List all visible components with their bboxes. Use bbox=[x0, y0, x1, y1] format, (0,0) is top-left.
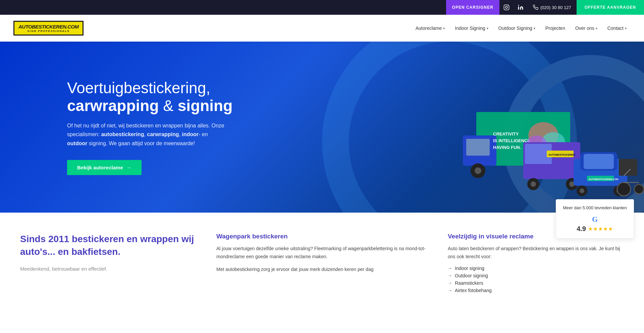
svg-point-1 bbox=[505, 6, 507, 8]
svg-text:AUTOBESTICKEREN: AUTOBESTICKEREN bbox=[548, 153, 575, 156]
svg-point-39 bbox=[634, 184, 644, 194]
svg-text:HAVING FUN.: HAVING FUN. bbox=[493, 145, 521, 150]
visueel-links-list: →Indoor signing→Outdoor signing→Raamstic… bbox=[448, 266, 624, 293]
visueel-link[interactable]: →Indoor signing bbox=[448, 266, 624, 271]
hero-section: Voertuigbestickering, carwrapping & sign… bbox=[0, 42, 644, 213]
svg-point-2 bbox=[507, 6, 508, 6]
nav-item-overons[interactable]: Over ons ▾ bbox=[571, 23, 601, 34]
svg-point-9 bbox=[475, 167, 481, 174]
svg-point-23 bbox=[531, 181, 536, 187]
main-nav: AUTOBESTICKEREN.COM SIGN PROFESSIONALS A… bbox=[0, 15, 644, 42]
nav-link-overons[interactable]: Over ons ▾ bbox=[571, 23, 601, 34]
google-logo: G bbox=[563, 215, 627, 224]
visueel-link[interactable]: →Raamstickers bbox=[448, 280, 624, 286]
chevron-down-icon: ▾ bbox=[534, 26, 535, 30]
hero-description: Of het nu rijdt of niet, wij bestickeren… bbox=[67, 121, 231, 148]
svg-point-4 bbox=[518, 5, 519, 6]
hero-title: Voertuigbestickering, carwrapping & sign… bbox=[67, 79, 235, 115]
svg-rect-30 bbox=[584, 154, 614, 169]
hero-vehicles: CREATIVITY IS INTELLIGENCE HAVING FUN. A… bbox=[456, 92, 644, 213]
nav-link-projecten[interactable]: Projecten bbox=[541, 23, 569, 34]
offerte-button[interactable]: OFFERTE AANVRAGEN bbox=[577, 0, 644, 15]
since-desc: Meedenkend, betrouwbaar en effectief. bbox=[20, 265, 196, 273]
svg-rect-7 bbox=[466, 139, 490, 156]
instagram-icon[interactable] bbox=[499, 0, 514, 15]
wagenpark-text1: Al jouw voertuigen dezelfde unieke uitst… bbox=[216, 245, 428, 261]
nav-item-indoor[interactable]: Indoor Signing ▾ bbox=[451, 23, 492, 34]
logo-tagline: SIGN PROFESSIONALS bbox=[28, 30, 70, 33]
vehicles-svg: CREATIVITY IS INTELLIGENCE HAVING FUN. A… bbox=[456, 92, 644, 213]
nav-menu: Autoreclame ▾ Indoor Signing ▾ Outdoor S… bbox=[412, 23, 631, 34]
hero-title-bold2: signing bbox=[178, 97, 233, 114]
svg-point-32 bbox=[580, 188, 584, 193]
nav-link-indoor[interactable]: Indoor Signing ▾ bbox=[451, 23, 492, 34]
review-widget: Meer dan 5.000 tevreden klanten G 4.9 ★★… bbox=[556, 199, 634, 238]
nav-item-projecten[interactable]: Projecten bbox=[541, 23, 569, 34]
since-title: Sinds 2011 bestickeren en wrappen wij au… bbox=[20, 233, 196, 258]
nav-link-contact[interactable]: Contact ▾ bbox=[603, 23, 631, 34]
chevron-down-icon: ▾ bbox=[443, 26, 445, 30]
carsigner-button[interactable]: OPEN CARSIGNER bbox=[446, 0, 499, 15]
wagenpark-column: Wagenpark bestickeren Al jouw voertuigen… bbox=[216, 233, 428, 278]
visueel-text1: Auto laten bestickeren of wrappen? Besti… bbox=[448, 245, 624, 261]
svg-rect-37 bbox=[619, 159, 637, 176]
svg-rect-3 bbox=[518, 7, 519, 10]
van: AUTOBESTICKEREN bbox=[523, 142, 580, 190]
arrow-icon: → bbox=[126, 165, 131, 170]
review-score: 4.9 bbox=[577, 225, 586, 233]
chevron-down-icon: ▾ bbox=[596, 26, 597, 30]
nav-link-autoreclame[interactable]: Autoreclame ▾ bbox=[412, 23, 449, 34]
svg-point-38 bbox=[617, 182, 631, 196]
svg-rect-0 bbox=[504, 5, 509, 10]
top-bar: OPEN CARSIGNER (020) 30 80 127 OFFERTE A… bbox=[0, 0, 644, 15]
review-label: Meer dan 5.000 tevreden klanten bbox=[563, 205, 627, 211]
wagenpark-text2: Met autobestickering zorg je ervoor dat … bbox=[216, 266, 428, 274]
logo[interactable]: AUTOBESTICKEREN.COM SIGN PROFESSIONALS bbox=[13, 21, 84, 36]
hero-content: Voertuigbestickering, carwrapping & sign… bbox=[0, 59, 235, 195]
visueel-link[interactable]: →Airtex fotobehang bbox=[448, 288, 624, 293]
phone-bar: (020) 30 80 127 bbox=[528, 0, 577, 15]
linkedin-icon[interactable] bbox=[514, 0, 528, 15]
phone-number: (020) 30 80 127 bbox=[540, 5, 571, 10]
since-column: Sinds 2011 bestickeren en wrappen wij au… bbox=[20, 233, 196, 273]
nav-link-outdoor[interactable]: Outdoor Signing ▾ bbox=[494, 23, 539, 34]
chevron-down-icon: ▾ bbox=[487, 26, 488, 30]
review-stars: ★★★★★ bbox=[588, 226, 613, 232]
nav-item-outdoor[interactable]: Outdoor Signing ▾ bbox=[494, 23, 539, 34]
nav-item-autoreclame[interactable]: Autoreclame ▾ bbox=[412, 23, 449, 34]
chevron-down-icon: ▾ bbox=[625, 26, 627, 30]
hero-cta-label: Bekijk autoreclame bbox=[77, 165, 123, 170]
visueel-link[interactable]: →Outdoor signing bbox=[448, 273, 624, 278]
wagenpark-title: Wagenpark bestickeren bbox=[216, 233, 428, 240]
content-section: Sinds 2011 bestickeren en wrappen wij au… bbox=[0, 213, 644, 309]
hero-cta-button[interactable]: Bekijk autoreclame → bbox=[67, 160, 142, 175]
visueel-column: Veelzijdig in visuele reclame Auto laten… bbox=[448, 233, 624, 295]
hero-title-bold1: carwrapping bbox=[67, 97, 159, 114]
svg-text:AUTOBESTICKEREN.COM: AUTOBESTICKEREN.COM bbox=[589, 178, 618, 180]
svg-text:CREATIVITY: CREATIVITY bbox=[493, 131, 519, 136]
nav-item-contact[interactable]: Contact ▾ bbox=[603, 23, 631, 34]
logo-brand: AUTOBESTICKEREN.COM bbox=[18, 24, 78, 30]
